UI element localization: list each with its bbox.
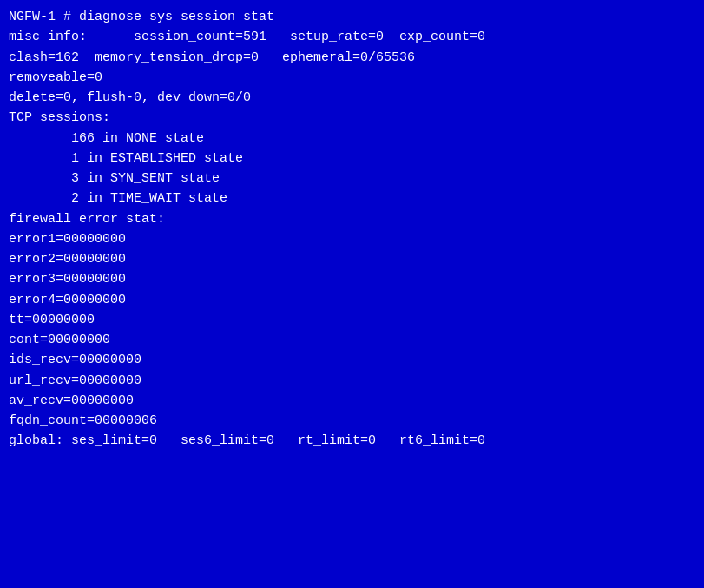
line-tcp3: 3 in SYN_SENT state: [9, 168, 695, 188]
line-misc: misc info: session_count=591 setup_rate=…: [9, 27, 695, 47]
line-tcp4: 2 in TIME_WAIT state: [9, 188, 695, 208]
line-error2: error2=00000000: [9, 249, 695, 269]
line-fqdn: fqdn_count=00000006: [9, 411, 695, 431]
line-tt: tt=00000000: [9, 310, 695, 330]
line-error3: error3=00000000: [9, 269, 695, 289]
line-error4: error4=00000000: [9, 290, 695, 310]
line-av: av_recv=00000000: [9, 391, 695, 411]
line-tcp1: 166 in NONE state: [9, 129, 695, 149]
line-tcp2: 1 in ESTABLISHED state: [9, 149, 695, 168]
line-removeable: removeable=0: [9, 68, 695, 88]
line-prompt: NGFW-1 # diagnose sys session stat: [9, 7, 695, 27]
line-firewall: firewall error stat:: [9, 209, 695, 229]
line-cont: cont=00000000: [9, 330, 695, 350]
line-global: global: ses_limit=0 ses6_limit=0 rt_limi…: [9, 431, 695, 451]
terminal-output: NGFW-1 # diagnose sys session stat misc …: [0, 0, 704, 588]
line-tcp-header: TCP sessions:: [9, 108, 695, 128]
line-clash: clash=162 memory_tension_drop=0 ephemera…: [9, 48, 695, 68]
line-delete: delete=0, flush-0, dev_down=0/0: [9, 88, 695, 108]
line-url: url_recv=00000000: [9, 371, 695, 391]
line-error1: error1=00000000: [9, 229, 695, 249]
line-ids: ids_recv=00000000: [9, 350, 695, 370]
